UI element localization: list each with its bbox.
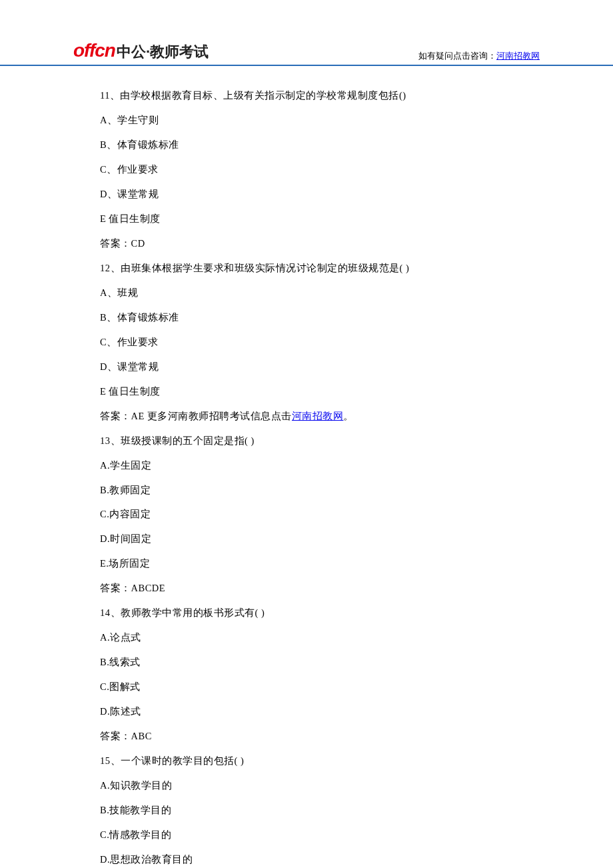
text-line: E 值日生制度 — [100, 379, 540, 404]
text-line: A.论点式 — [100, 625, 540, 650]
text-line: B、体育锻炼标准 — [100, 133, 540, 157]
text-line: 13、班级授课制的五个固定是指( ) — [100, 429, 540, 453]
text-line: D、课堂常规 — [100, 355, 540, 379]
text-line: 12、由班集体根据学生要求和班级实际情况讨论制定的班级规范是( ) — [100, 256, 540, 281]
text-line: A、学生守则 — [100, 108, 540, 133]
text-line: 答案：CD — [100, 231, 540, 256]
text-line: E.场所固定 — [100, 551, 540, 576]
text-line: C、作业要求 — [100, 157, 540, 182]
document-body: 11、由学校根据教育目标、上级有关指示制定的学校常规制度包括() A、学生守则 … — [0, 83, 613, 868]
inline-link[interactable]: 河南招教网 — [292, 411, 344, 421]
consult-prefix: 如有疑问点击咨询： — [418, 51, 496, 61]
text-line: C.内容固定 — [100, 502, 540, 527]
text-line: B.教师固定 — [100, 478, 540, 503]
answer12-suffix: 。 — [343, 411, 354, 421]
text-line: A.知识教学目的 — [100, 773, 540, 798]
page-header: offcn 中公·教师考试 如有疑问点击咨询：河南招教网 — [0, 40, 613, 66]
answer12-prefix: 答案：AE 更多河南教师招聘考试信息点击 — [100, 411, 292, 421]
text-line: D.思想政治教育目的 — [100, 847, 540, 868]
text-line: E 值日生制度 — [100, 207, 540, 231]
text-line: C.图解式 — [100, 675, 540, 699]
text-line: B.技能教学目的 — [100, 798, 540, 823]
text-line: C、作业要求 — [100, 330, 540, 355]
text-line: B.线索式 — [100, 650, 540, 675]
text-line: 14、教师教学中常用的板书形式有( ) — [100, 601, 540, 625]
consult-text: 如有疑问点击咨询：河南招教网 — [418, 50, 540, 62]
text-line: D.时间固定 — [100, 527, 540, 551]
logo-cn: 中公·教师考试 — [117, 42, 209, 62]
answer-line-with-link: 答案：AE 更多河南教师招聘考试信息点击河南招教网。 — [100, 404, 540, 429]
text-line: 答案：ABCDE — [100, 576, 540, 601]
text-line: 答案：ABC — [100, 724, 540, 749]
logo: offcn 中公·教师考试 — [73, 40, 209, 62]
text-line: A.学生固定 — [100, 453, 540, 478]
text-line: A、班规 — [100, 281, 540, 305]
text-line: C.情感教学目的 — [100, 823, 540, 847]
consult-link[interactable]: 河南招教网 — [496, 51, 540, 61]
text-line: 11、由学校根据教育目标、上级有关指示制定的学校常规制度包括() — [100, 83, 540, 108]
text-line: B、体育锻炼标准 — [100, 305, 540, 330]
text-line: 15、一个课时的教学目的包括( ) — [100, 749, 540, 773]
text-line: D.陈述式 — [100, 699, 540, 724]
logo-en: offcn — [73, 40, 115, 61]
text-line: D、课堂常规 — [100, 182, 540, 207]
